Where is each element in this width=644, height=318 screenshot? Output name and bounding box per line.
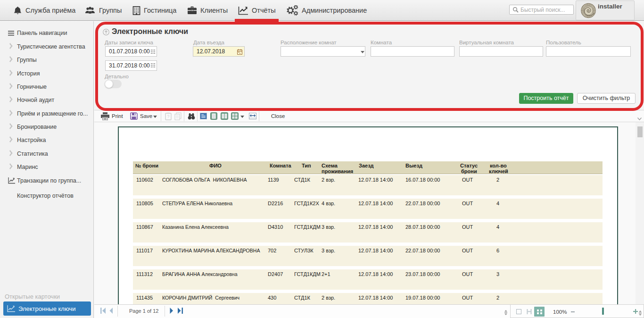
svg-text:?: ? <box>167 114 169 119</box>
